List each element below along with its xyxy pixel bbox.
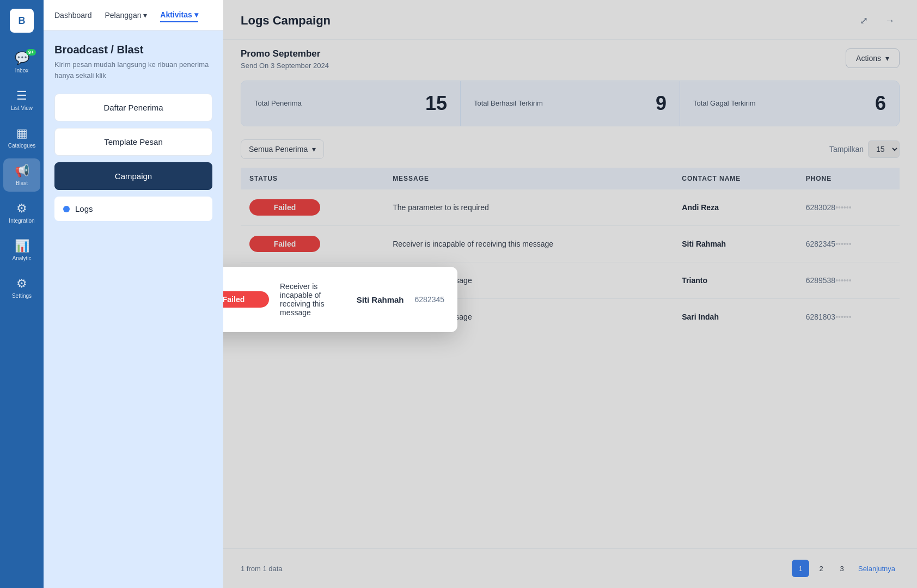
stat-berhasil: Total Berhasil Terkirim 9: [460, 81, 680, 126]
actions-button[interactable]: Actions ▾: [846, 48, 900, 68]
stat-value-0: 15: [425, 92, 447, 115]
sidebar-item-catalogues[interactable]: ▦ Catalogues: [3, 121, 40, 154]
col-status: STATUS: [241, 168, 384, 189]
logs-dot-icon: [63, 206, 70, 212]
blast-icon: 📢: [15, 164, 29, 178]
daftar-penerima-button[interactable]: Daftar Penerima: [54, 94, 212, 121]
sidebar-label-list-view: List View: [11, 105, 33, 111]
sidebar-label-blast: Blast: [16, 180, 28, 186]
cell-contact-1: Siti Rahmah: [673, 226, 797, 262]
analytic-icon: 📊: [15, 239, 29, 253]
header-left: Logs Campaign: [241, 14, 331, 28]
sidebar-label-integration: Integration: [9, 218, 34, 224]
actions-label: Actions: [856, 54, 881, 63]
cell-contact-3: Sari Indah: [673, 299, 797, 335]
filter-label: Semua Penerima: [249, 145, 308, 154]
nav-pelanggan[interactable]: Pelanggan ▾: [105, 9, 148, 22]
show-label: Tampilkan: [829, 145, 864, 154]
integration-icon: ⚙: [16, 201, 27, 216]
main-panel: Logs Campaign ⤢ → Promo September Send O…: [223, 0, 917, 588]
cell-phone-3: 6281803••••••: [797, 299, 900, 335]
sidebar-item-list-view[interactable]: ☰ List View: [3, 83, 40, 117]
arrow-button[interactable]: →: [880, 11, 900, 30]
arrow-right-icon: →: [885, 15, 895, 27]
campaign-date: Send On 3 September 2024: [241, 62, 329, 70]
page-btn-3[interactable]: 3: [833, 560, 851, 577]
inbox-badge: 9+: [26, 49, 36, 56]
expand-icon: ⤢: [860, 15, 868, 27]
sidebar-item-blast[interactable]: 📢 Blast: [3, 158, 40, 192]
stat-label-0: Total Penerima: [254, 99, 302, 108]
cell-contact-0: Andi Reza: [673, 189, 797, 226]
header-icons: ⤢ →: [854, 11, 900, 30]
campaign-name: Promo September: [241, 48, 329, 59]
left-panel-desc: Kirim pesan mudah langsung ke ribuan pen…: [54, 59, 212, 81]
next-button[interactable]: Selanjutnya: [854, 565, 900, 573]
col-contact: CONTACT NAME: [673, 168, 797, 189]
page-title: Logs Campaign: [241, 14, 331, 28]
settings-icon: ⚙: [16, 277, 27, 291]
pagination-info: 1 from 1 data: [241, 565, 283, 573]
sidebar-item-analytic[interactable]: 📊 Analytic: [3, 234, 40, 267]
table-row: Failed Receiver is incapable of receivin…: [241, 226, 900, 262]
col-message: MESSAGE: [384, 168, 673, 189]
campaign-info: Promo September Send On 3 September 2024…: [223, 40, 917, 81]
stat-label-1: Total Berhasil Terkirim: [474, 99, 543, 108]
sidebar-item-integration[interactable]: ⚙ Integration: [3, 196, 40, 229]
modal-contact-name: Siti Rahmah: [357, 295, 404, 304]
cell-message-1: Receiver is incapable of receiving this …: [384, 226, 673, 262]
sidebar-label-settings: Settings: [12, 293, 32, 299]
table-header: STATUS MESSAGE CONTACT NAME PHONE: [241, 168, 900, 189]
left-content: Broadcast / Blast Kirim pesan mudah lang…: [44, 30, 223, 588]
modal-status-badge: Failed: [223, 291, 269, 308]
sidebar-label-catalogues: Catalogues: [8, 143, 36, 149]
filter-row: Semua Penerima ▾ Tampilkan 15 25 50: [223, 139, 917, 168]
show-count-select[interactable]: 15 25 50: [868, 140, 900, 158]
page-buttons: 1 2 3 Selanjutnya: [792, 560, 900, 577]
stat-total-penerima: Total Penerima 15: [241, 81, 460, 126]
page-btn-2[interactable]: 2: [812, 560, 830, 577]
cell-message-0: The parameter to is required: [384, 189, 673, 226]
cell-contact-2: Trianto: [673, 262, 797, 299]
table-row: Failed The parameter to is required Andi…: [241, 189, 900, 226]
modal-phone: 6282345: [414, 295, 444, 304]
stat-label-2: Total Gagal Terkirim: [693, 99, 756, 108]
top-nav: Dashboard Pelanggan ▾ Aktivitas ▾: [44, 0, 223, 30]
page-btn-1[interactable]: 1: [792, 560, 809, 577]
app-logo: B: [10, 9, 34, 33]
stats-row: Total Penerima 15 Total Berhasil Terkiri…: [241, 81, 900, 126]
pagination: 1 from 1 data 1 2 3 Selanjutnya: [223, 548, 917, 588]
catalogues-icon: ▦: [16, 126, 28, 140]
sidebar-label-inbox: Inbox: [15, 68, 28, 74]
cell-phone-0: 6283028••••••: [797, 189, 900, 226]
table-container: STATUS MESSAGE CONTACT NAME PHONE Failed…: [223, 168, 917, 548]
template-pesan-button[interactable]: Template Pesan: [54, 128, 212, 156]
logs-label: Logs: [75, 204, 93, 213]
nav-aktivitas[interactable]: Aktivitas ▾: [160, 8, 198, 22]
status-badge-0: Failed: [249, 199, 320, 216]
stat-value-1: 9: [656, 92, 667, 115]
icon-sidebar: B 💬 Inbox 9+ ☰ List View ▦ Catalogues 📢 …: [0, 0, 44, 588]
cell-status-0: Failed: [241, 189, 384, 226]
cell-phone-2: 6289538••••••: [797, 262, 900, 299]
main-header: Logs Campaign ⤢ →: [223, 0, 917, 40]
modal-message: Receiver is incapable of receiving this …: [280, 282, 346, 317]
status-badge-1: Failed: [249, 236, 320, 252]
stat-gagal: Total Gagal Terkirim 6: [680, 81, 899, 126]
sidebar-item-inbox[interactable]: 💬 Inbox 9+: [3, 46, 40, 79]
campaign-details: Promo September Send On 3 September 2024: [241, 48, 329, 70]
logs-item[interactable]: Logs: [54, 197, 212, 221]
cell-phone-1: 6282345••••••: [797, 226, 900, 262]
filter-dropdown[interactable]: Semua Penerima ▾: [241, 139, 324, 159]
campaign-button[interactable]: Campaign: [54, 162, 212, 190]
nav-dashboard[interactable]: Dashboard: [54, 9, 92, 22]
left-panel-title: Broadcast / Blast: [54, 44, 212, 56]
filter-chevron-icon: ▾: [312, 145, 316, 154]
left-panel: Dashboard Pelanggan ▾ Aktivitas ▾ Broadc…: [44, 0, 223, 588]
sidebar-item-settings[interactable]: ⚙ Settings: [3, 271, 40, 304]
expand-button[interactable]: ⤢: [854, 11, 873, 30]
show-select: Tampilkan 15 25 50: [829, 140, 900, 158]
stat-value-2: 6: [875, 92, 886, 115]
col-phone: PHONE: [797, 168, 900, 189]
modal-card: Failed Receiver is incapable of receivin…: [223, 267, 457, 332]
